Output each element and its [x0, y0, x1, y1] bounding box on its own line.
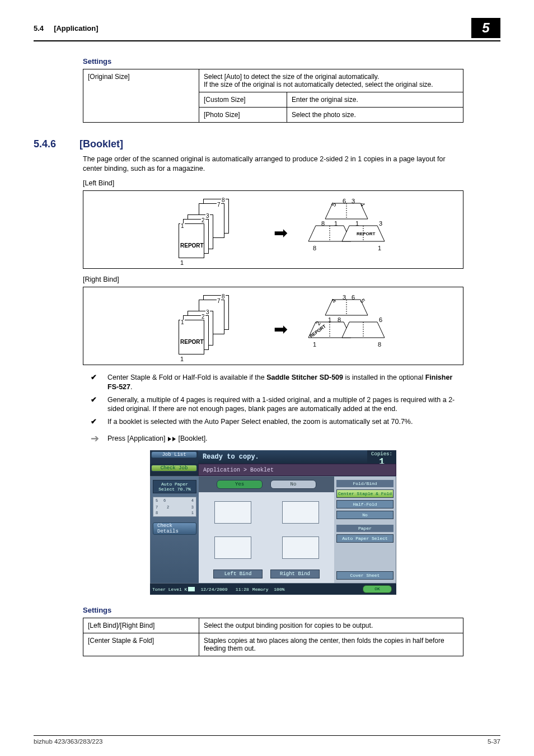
step-arrow-icon: ➔ — [91, 432, 100, 445]
footer-model: bizhub 423/363/283/223 — [34, 738, 102, 745]
check-details-button[interactable]: Check Details — [153, 522, 196, 535]
left-bind-label: [Left Bind] — [83, 179, 463, 187]
paper-header: Paper — [336, 525, 394, 532]
check-icon: ✔ — [91, 373, 100, 392]
row-center-staple-val: Staples copies at two places along the c… — [199, 633, 463, 656]
auto-paper-select-info: Auto Paper Select 70.7% — [153, 480, 196, 493]
memory-label: Memory — [252, 587, 269, 592]
cover-sheet-button[interactable]: Cover Sheet — [336, 571, 394, 580]
custom-size-key: [Custom Size] — [199, 92, 287, 108]
right-bind-preview-1 — [282, 501, 319, 524]
check-icon: ✔ — [91, 417, 100, 427]
settings-heading: Settings — [83, 57, 463, 66]
right-bind-button[interactable]: Right Bind — [270, 570, 320, 578]
original-size-cell: [Original Size] — [83, 69, 199, 123]
fold-bind-header: Fold/Bind — [336, 480, 394, 487]
settings-table-2: [Left Bind]/[Right Bind] Select the outp… — [83, 618, 463, 656]
header-section-num: 5.4 — [34, 24, 44, 32]
step-text: Press [Application] [Booklet]. — [107, 435, 208, 442]
status-date: 12/24/2009 — [200, 587, 227, 592]
original-size-desc: Select [Auto] to detect the size of the … — [199, 69, 463, 92]
settings-heading-2: Settings — [83, 606, 463, 614]
left-bind-preview-1 — [214, 501, 251, 524]
status-time: 11:28 — [236, 587, 249, 592]
subsection-number: 5.4.6 — [34, 138, 67, 150]
arrow-icon: ➡ — [274, 225, 288, 241]
check-icon: ✔ — [91, 395, 100, 414]
ready-title: Ready to copy. — [198, 450, 367, 464]
ok-button[interactable]: OK — [363, 585, 392, 593]
footer-page: 5-37 — [488, 738, 500, 745]
center-staple-fold-button[interactable]: Center Staple & Fold — [336, 489, 394, 498]
header-section-title: [Application] — [54, 24, 98, 32]
no-button[interactable]: No — [270, 480, 316, 489]
auto-paper-select-button[interactable]: Auto Paper Select — [336, 534, 394, 543]
device-screenshot: Job List Ready to copy. Copies: 1 Check … — [150, 450, 396, 595]
check-job-button[interactable]: Check Job — [151, 465, 197, 472]
breadcrumb: Application > Booklet — [198, 464, 396, 476]
copies-label: Copies: — [371, 451, 392, 457]
left-bind-button[interactable]: Left Bind — [213, 570, 263, 578]
subsection-title: [Booklet] — [79, 138, 123, 150]
note-2: Generally, a multiple of 4 pages is requ… — [107, 395, 463, 414]
custom-size-val: Enter the original size. — [287, 92, 463, 108]
arrow-icon: ➡ — [274, 321, 288, 338]
chapter-number-badge: 5 — [471, 18, 500, 38]
job-list-button[interactable]: Job List — [151, 451, 197, 458]
settings-table-1: [Original Size] Select [Auto] to detect … — [83, 69, 463, 123]
yes-button[interactable]: Yes — [217, 480, 263, 489]
header-divider — [34, 40, 500, 41]
memory-value: 100% — [274, 587, 284, 592]
photo-size-key: [Photo Size] — [199, 108, 287, 123]
right-bind-preview-2 — [282, 536, 319, 559]
booklet-intro: The page order of the scanned original i… — [83, 155, 463, 174]
half-fold-button[interactable]: Half-Fold — [336, 500, 394, 508]
right-bind-label: [Right Bind] — [83, 276, 463, 283]
layout-thumb: 564 723 81 — [153, 497, 196, 517]
photo-size-val: Select the photo size. — [287, 108, 463, 123]
no-fold-button[interactable]: No — [336, 511, 394, 519]
row-left-right-bind-val: Select the output binding position for c… — [199, 618, 463, 633]
left-bind-diagram: 8 7 3 2 1 REPORT 1 ➡ — [83, 190, 463, 269]
toner-level: Toner Level K — [152, 587, 187, 592]
row-left-right-bind-key: [Left Bind]/[Right Bind] — [83, 618, 199, 633]
note-3: If a booklet is selected with the Auto P… — [107, 417, 413, 427]
right-bind-diagram: 8 7 3 2 1 REPORT 1 ➡ — [83, 287, 463, 365]
note-1: Center Staple & Fold or Half-Fold is ava… — [107, 373, 463, 392]
row-center-staple-key: [Center Staple & Fold] — [83, 633, 199, 656]
left-bind-preview-2 — [214, 536, 251, 559]
